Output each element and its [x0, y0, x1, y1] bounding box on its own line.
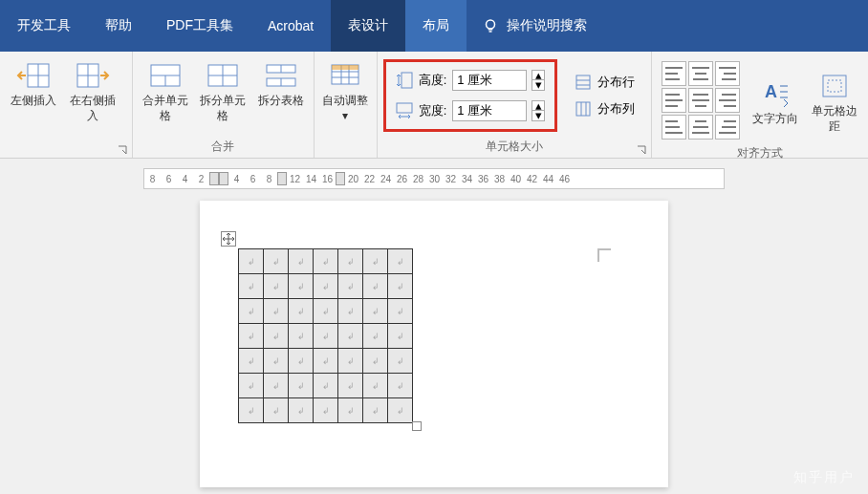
svg-rect-22: [332, 65, 358, 70]
table-cell[interactable]: ↲: [314, 249, 338, 274]
align-tc[interactable]: [688, 61, 713, 86]
insert-right-button[interactable]: 在右侧插入: [65, 55, 120, 123]
svg-rect-24: [397, 103, 412, 113]
table-cell[interactable]: ↲: [264, 349, 289, 374]
table-cell[interactable]: ↲: [388, 324, 413, 349]
table-cell[interactable]: ↲: [363, 274, 388, 299]
split-table-button[interactable]: 拆分表格: [253, 55, 307, 109]
align-br[interactable]: [715, 115, 740, 140]
insert-left-icon: [14, 59, 53, 92]
table-cell[interactable]: ↲: [264, 374, 289, 398]
align-mr[interactable]: [715, 88, 740, 113]
width-spin-down[interactable]: ▾: [532, 111, 545, 121]
table-cell[interactable]: ↲: [388, 249, 413, 274]
table-cell[interactable]: ↲: [363, 374, 388, 398]
table-cell[interactable]: ↲: [264, 274, 289, 299]
table-cell[interactable]: ↲: [239, 299, 264, 324]
table-cell[interactable]: ↲: [289, 374, 314, 398]
dialog-launcher-icon[interactable]: [636, 144, 647, 156]
horizontal-ruler[interactable]: 8642468121416202224262830323436384042444…: [143, 168, 725, 189]
distribute-rows-button[interactable]: 分布行: [575, 74, 635, 91]
table-move-handle[interactable]: [221, 231, 236, 247]
col-width-input[interactable]: [452, 100, 527, 121]
table-cell[interactable]: ↲: [388, 299, 413, 324]
table-cell[interactable]: ↲: [289, 324, 314, 349]
distribute-rows-label: 分布行: [597, 74, 635, 91]
tell-me-search[interactable]: 操作说明搜索: [467, 17, 602, 34]
tab-layout[interactable]: 布局: [405, 0, 467, 52]
table-cell[interactable]: ↲: [264, 299, 289, 324]
merge-cells-button[interactable]: 合并单元格: [139, 55, 192, 123]
tab-pdf[interactable]: PDF工具集: [149, 0, 250, 52]
table-cell[interactable]: ↲: [338, 324, 363, 349]
watermark: 知乎用户: [793, 469, 855, 486]
table-cell[interactable]: ↲: [289, 398, 314, 423]
table-cell[interactable]: ↲: [363, 398, 388, 423]
table-cell[interactable]: ↲: [314, 299, 338, 324]
tab-devtools[interactable]: 开发工具: [0, 0, 88, 52]
table-cell[interactable]: ↲: [338, 349, 363, 374]
table-cell[interactable]: ↲: [289, 349, 314, 374]
table-cell[interactable]: ↲: [338, 274, 363, 299]
table-cell[interactable]: ↲: [264, 324, 289, 349]
col-width-icon: [396, 102, 413, 119]
tab-table-design[interactable]: 表设计: [331, 0, 405, 52]
table-resize-handle[interactable]: [412, 421, 422, 431]
document-table[interactable]: ↲↲↲↲↲↲↲↲↲↲↲↲↲↲↲↲↲↲↲↲↲↲↲↲↲↲↲↲↲↲↲↲↲↲↲↲↲↲↲↲…: [238, 248, 413, 423]
table-cell[interactable]: ↲: [239, 349, 264, 374]
dialog-launcher-icon[interactable]: [117, 144, 128, 156]
table-cell[interactable]: ↲: [289, 299, 314, 324]
svg-rect-23: [401, 73, 412, 88]
cell-margins-button[interactable]: 单元格边距: [807, 66, 862, 134]
table-cell[interactable]: ↲: [239, 274, 264, 299]
table-cell[interactable]: ↲: [363, 299, 388, 324]
table-cell[interactable]: ↲: [239, 324, 264, 349]
text-direction-icon: A: [756, 77, 794, 110]
height-spin-down[interactable]: ▾: [532, 80, 545, 91]
insert-left-label: 左侧插入: [11, 94, 56, 109]
cell-size-panel: 高度: ▴▾ 宽度: ▴▾: [383, 59, 558, 132]
table-cell[interactable]: ↲: [338, 398, 363, 423]
align-mc[interactable]: [688, 88, 713, 113]
align-bl[interactable]: [662, 115, 686, 140]
table-cell[interactable]: ↲: [314, 374, 338, 398]
table-cell[interactable]: ↲: [314, 398, 338, 423]
tab-bar: 开发工具 帮助 PDF工具集 Acrobat 表设计 布局 操作说明搜索: [0, 0, 868, 52]
split-cells-label: 拆分单元格: [196, 94, 250, 123]
table-cell[interactable]: ↲: [338, 374, 363, 398]
table-cell[interactable]: ↲: [264, 249, 289, 274]
autofit-button[interactable]: 自动调整▾: [320, 55, 371, 123]
insert-left-button[interactable]: 左侧插入: [6, 55, 61, 109]
table-cell[interactable]: ↲: [289, 249, 314, 274]
table-cell[interactable]: ↲: [388, 349, 413, 374]
table-cell[interactable]: ↲: [314, 274, 338, 299]
table-cell[interactable]: ↲: [264, 398, 289, 423]
align-bc[interactable]: [688, 115, 713, 140]
text-direction-button[interactable]: A 文字方向: [748, 74, 803, 127]
table-cell[interactable]: ↲: [363, 249, 388, 274]
table-cell[interactable]: ↲: [314, 349, 338, 374]
table-cell[interactable]: ↲: [239, 374, 264, 398]
distribute-cols-button[interactable]: 分布列: [575, 100, 635, 118]
align-tr[interactable]: [715, 61, 740, 86]
align-ml[interactable]: [662, 88, 686, 113]
table-cell[interactable]: ↲: [289, 274, 314, 299]
svg-rect-32: [823, 75, 846, 97]
table-cell[interactable]: ↲: [388, 274, 413, 299]
table-cell[interactable]: ↲: [363, 349, 388, 374]
tab-acrobat[interactable]: Acrobat: [250, 0, 331, 52]
distribute-rows-icon: [575, 74, 592, 91]
table-cell[interactable]: ↲: [338, 299, 363, 324]
align-tl[interactable]: [662, 61, 686, 86]
table-cell[interactable]: ↲: [338, 249, 363, 274]
split-cells-button[interactable]: 拆分单元格: [196, 55, 250, 123]
tab-help[interactable]: 帮助: [88, 0, 149, 52]
table-cell[interactable]: ↲: [239, 398, 264, 423]
table-cell[interactable]: ↲: [388, 398, 413, 423]
table-cell[interactable]: ↲: [363, 324, 388, 349]
table-cell[interactable]: ↲: [239, 249, 264, 274]
row-height-input[interactable]: [452, 70, 527, 91]
table-cell[interactable]: ↲: [388, 374, 413, 398]
table-cell[interactable]: ↲: [314, 324, 338, 349]
cell-margins-icon: [815, 70, 854, 102]
